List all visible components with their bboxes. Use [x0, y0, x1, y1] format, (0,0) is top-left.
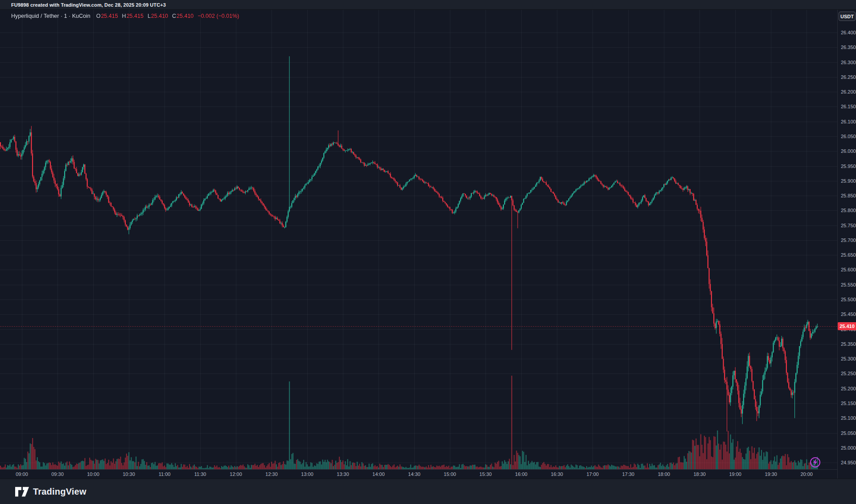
price-axis[interactable]: USDT 25.410 26.40026.35026.30026.25026.2… — [837, 10, 856, 479]
price-tick-label: 25.850 — [841, 193, 856, 198]
price-tick-label: 25.200 — [841, 386, 856, 391]
price-tick-label: 25.550 — [841, 282, 856, 287]
time-tick-label: 15:30 — [472, 471, 499, 477]
currency-button[interactable]: USDT — [839, 12, 856, 21]
symbol-title[interactable]: Hyperliquid / Tether · 1 · KuCoin — [11, 13, 91, 19]
time-tick-label: 17:30 — [615, 471, 642, 477]
footer: TradingView — [0, 479, 856, 504]
price-tick-label: 25.300 — [841, 356, 856, 361]
price-tick-label: 25.650 — [841, 252, 856, 258]
price-tick-label: 26.400 — [841, 30, 856, 35]
time-tick-label: 12:30 — [258, 471, 285, 477]
time-tick-label: 12:00 — [222, 471, 249, 477]
price-tick-label: 25.350 — [841, 341, 856, 347]
price-change: −0.002 (−0.01%) — [198, 13, 239, 19]
tradingview-snapshot: FU9898 created with TradingView.com, Dec… — [0, 0, 856, 504]
time-tick-label: 11:00 — [151, 471, 178, 477]
time-tick-label: 16:00 — [508, 471, 535, 477]
candlestick-chart[interactable] — [0, 10, 837, 469]
time-tick-label: 13:00 — [294, 471, 321, 477]
time-tick-label: 10:00 — [80, 471, 107, 477]
time-tick-label: 09:30 — [44, 471, 71, 477]
time-tick-label: 14:30 — [401, 471, 428, 477]
price-tick-label: 25.800 — [841, 208, 856, 213]
tradingview-wordmark: TradingView — [33, 487, 86, 497]
price-tick-label: 26.050 — [841, 134, 856, 139]
ohlc-open: O25.415 — [96, 13, 118, 19]
time-tick-label: 17:00 — [579, 471, 606, 477]
time-axis[interactable]: 09:0009:3010:0010:3011:0011:3012:0012:30… — [0, 469, 856, 479]
price-tick-label: 25.600 — [841, 267, 856, 272]
price-tick-label: 24.950 — [841, 460, 856, 465]
time-tick-label: 14:00 — [365, 471, 392, 477]
attribution-text: FU9898 created with TradingView.com, Dec… — [11, 2, 166, 8]
time-tick-label: 16:30 — [543, 471, 570, 477]
time-tick-label: 20:00 — [793, 471, 820, 477]
time-tick-label: 09:00 — [8, 471, 35, 477]
price-tick-label: 25.100 — [841, 415, 856, 421]
price-tick-label: 26.300 — [841, 60, 856, 65]
price-tick-label: 26.200 — [841, 89, 856, 94]
price-tick-label: 26.100 — [841, 119, 856, 124]
ohlc-close: C25.410 — [172, 13, 193, 19]
time-tick-label: 13:30 — [329, 471, 356, 477]
attribution-bar: FU9898 created with TradingView.com, Dec… — [0, 0, 856, 10]
price-tick-label: 25.700 — [841, 238, 856, 243]
price-tick-label: 25.000 — [841, 445, 856, 451]
price-tick-label: 26.000 — [841, 148, 856, 154]
time-tick-label: 11:30 — [187, 471, 214, 477]
last-price-label: 25.410 — [838, 322, 856, 330]
time-tick-label: 10:30 — [115, 471, 142, 477]
time-tick-label: 19:30 — [757, 471, 784, 477]
time-tick-label: 15:00 — [436, 471, 463, 477]
ohlc-high: H25.415 — [122, 13, 144, 19]
price-tick-label: 25.450 — [841, 311, 856, 317]
tradingview-logo[interactable]: TradingView — [15, 487, 86, 497]
time-tick-label: 18:00 — [650, 471, 677, 477]
price-tick-label: 25.950 — [841, 164, 856, 169]
ohlc-low: L25.410 — [148, 13, 168, 19]
price-tick-label: 25.150 — [841, 401, 856, 406]
tradingview-glyph-icon — [15, 487, 29, 497]
price-tick-label: 25.050 — [841, 430, 856, 436]
chart-legend: Hyperliquid / Tether · 1 · KuCoin O25.41… — [11, 13, 239, 19]
price-tick-label: 26.250 — [841, 74, 856, 80]
time-tick-label: 18:30 — [686, 471, 713, 477]
price-tick-label: 26.150 — [841, 104, 856, 109]
time-tick-label: 19:00 — [722, 471, 749, 477]
price-tick-label: 25.500 — [841, 297, 856, 302]
price-tick-label: 25.250 — [841, 371, 856, 376]
instant-data-button[interactable] — [810, 457, 820, 467]
lightning-icon — [812, 459, 818, 466]
chart-panel: Hyperliquid / Tether · 1 · KuCoin O25.41… — [0, 10, 856, 479]
price-tick-label: 25.900 — [841, 178, 856, 184]
price-tick-label: 25.750 — [841, 223, 856, 228]
price-tick-label: 26.350 — [841, 45, 856, 50]
